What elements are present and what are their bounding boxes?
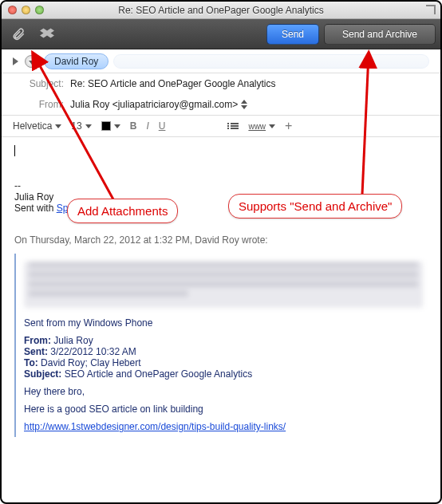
quoted-headers: From: Julia Roy Sent: 3/22/2012 10:32 AM… [24,335,423,380]
send-button[interactable]: Send [266,24,319,45]
dropbox-icon [40,28,54,41]
q-sent-lbl: Sent: [24,346,50,357]
q-from-val: Julia Roy [53,335,93,346]
recipient-token-redacted [113,54,429,69]
www-label: www [248,122,266,131]
compose-toolbar: Send Send and Archive [2,19,440,49]
format-toolbar: Helvetica 13 B I U www + [2,115,440,137]
q-to-val: David Roy; Clay Hebert [41,357,140,368]
text-cursor [14,145,15,156]
insert-link-button[interactable]: www [248,122,275,131]
paperclip-icon [11,27,26,41]
to-field[interactable]: David Roy [44,53,429,69]
q-sent-val: 3/22/2012 10:32 AM [50,346,136,357]
italic-button[interactable]: I [146,120,148,132]
annotation-attach: Add Attachments [67,199,178,223]
message-body[interactable]: -- Julia Roy Sent with Sparrow On Thursd… [2,137,440,502]
bullet-list-button[interactable] [227,123,239,129]
q-to-lbl: To: [24,357,41,368]
window-titlebar: Re: SEO Article and OnePager Google Anal… [2,2,440,19]
subject-label: Subject: [13,78,64,89]
sig-dashes: -- [14,180,428,191]
fullscreen-icon[interactable] [426,5,436,14]
from-label: From: [13,99,64,110]
q-subj-lbl: Subject: [24,368,65,380]
q-subj-val: SEO Article and OnePager Google Analytic… [65,368,252,380]
quoted-link[interactable]: http://www.1stwebdesigner.com/design/tip… [24,421,286,432]
quoted-sent-from: Sent from my Windows Phone [24,317,423,329]
font-size-select[interactable]: 13 [71,120,91,132]
quoted-line1: Here is a good SEO article on link build… [24,404,423,415]
bold-button[interactable]: B [130,120,137,132]
attach-button[interactable] [6,24,30,45]
traffic-lights [2,6,44,14]
subject-row: Subject: Re: SEO Article and OnePager Go… [2,73,440,94]
font-family-label: Helvetica [13,120,52,132]
window-title: Re: SEO Article and OnePager Google Anal… [2,5,440,16]
recipient-token[interactable]: David Roy [44,53,109,69]
dropbox-button[interactable] [35,24,59,45]
recipients-row: David Roy [2,49,440,73]
quoted-message: Sent from my Windows Phone From: Julia R… [14,254,428,437]
font-family-select[interactable]: Helvetica [13,120,61,132]
sig-sent-with: Sent with [14,203,57,214]
close-window-button[interactable] [8,6,17,14]
annotation-sendarch: Supports "Send and Archive" [228,194,402,219]
recipient-options-button[interactable] [25,55,37,68]
font-size-label: 13 [71,120,81,132]
send-and-archive-button[interactable]: Send and Archive [324,24,436,45]
quoted-greeting: Hey there bro, [24,386,423,397]
expand-recipients-icon[interactable] [13,57,18,65]
redacted-content [24,262,423,308]
from-row: From: Julia Roy <juliapatriciaroy@gmail.… [2,94,440,115]
minimize-window-button[interactable] [22,6,30,14]
zoom-window-button[interactable] [35,6,44,14]
add-format-button[interactable]: + [285,119,292,133]
subject-input[interactable]: Re: SEO Article and OnePager Google Anal… [70,78,429,89]
q-from-lbl: From: [24,335,53,346]
quote-header: On Thursday, March 22, 2012 at 1:32 PM, … [14,234,428,246]
font-color-select[interactable] [101,121,120,131]
underline-button[interactable]: U [159,120,166,132]
from-value: Julia Roy <juliapatriciaroy@gmail.com> [70,99,238,110]
from-account-stepper[interactable] [241,100,252,109]
color-swatch-icon [101,121,111,131]
